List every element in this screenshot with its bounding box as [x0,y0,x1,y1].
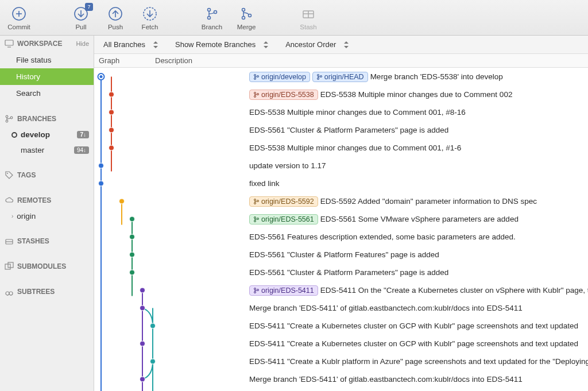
branch-develop[interactable]: develop 7↓ [0,127,94,142]
svg-point-58 [254,74,256,76]
commit-message: Merge branch 'EDS-5411' of gitlab.eastba… [249,375,523,384]
pull-button[interactable]: 7 Pull [65,1,96,35]
submodules-icon [5,262,14,271]
svg-point-22 [10,117,13,119]
commit-row[interactable]: EDS-5561 "Cluster & Platform Parameters"… [94,121,588,139]
push-button[interactable]: Push [100,1,131,35]
svg-point-20 [6,115,8,118]
push-icon [107,5,124,22]
svg-point-68 [254,202,256,204]
sort-icon [152,41,159,49]
commit-row[interactable]: origin/developorigin/HEADMerge branch 'E… [94,68,588,86]
svg-point-67 [254,199,256,200]
commit-message: Merge branch 'EDS-5538' into develop [370,72,503,81]
pull-badge: 7 [85,3,93,11]
commit-row[interactable]: fixed link [94,175,588,192]
branch-tag[interactable]: origin/EDS-5411 [249,285,318,296]
svg-point-61 [317,74,319,76]
commit-row[interactable]: EDS-5538 Multiple minor changes due to C… [94,139,588,157]
commit-message: EDS-5561 "Cluster & Platform Parameters"… [249,126,448,134]
merge-icon [238,5,255,22]
sidebar-item-search[interactable]: Search [0,85,94,102]
filter-order[interactable]: Ancestor Order [285,40,350,49]
commit-message: update version to 1.17 [249,161,326,170]
chevron-right-icon: › [11,213,13,219]
svg-point-10 [208,16,211,19]
commit-row[interactable]: Merge branch 'EDS-5411' of gitlab.eastba… [94,370,588,388]
tags-header[interactable]: TAGS [0,167,94,183]
svg-point-29 [9,292,13,295]
commit-row[interactable]: origin/EDS-5561EDS-5561 Some VMware vSph… [94,210,588,228]
branch-master[interactable]: master 94↓ [0,142,94,158]
workspace-header[interactable]: WORKSPACE Hide [0,36,94,52]
commit-message: EDS-5592 Added "domain" parameter inform… [320,197,537,206]
toolbar: Commit 7 Pull Push Fetch Branch Merge [0,0,588,36]
branch-button[interactable]: Branch [196,1,227,35]
branch-icon [203,5,220,22]
svg-point-73 [254,288,256,289]
commit-row[interactable]: EDS-5561 "Cluster & Platform Features" p… [94,246,588,264]
svg-point-62 [317,78,319,79]
commit-row[interactable]: EDS-5561 "Cluster & Platform Parameters"… [94,264,588,281]
commit-message: EDS-5411 "Create a Kubernetes cluster on… [249,339,578,348]
commit-message: EDS-5538 Multiple minor changes due to C… [249,108,466,117]
behind-count-badge: 7↓ [77,131,89,138]
commit-row[interactable]: EDS-5538 Multiple minor changes due to C… [94,103,588,121]
plus-circle-icon [10,5,28,22]
submodules-header[interactable]: SUBMODULES [0,258,94,274]
filter-remote[interactable]: Show Remote Branches [175,40,269,49]
sort-icon [262,41,269,49]
commit-row[interactable]: EDS-5561 Features description extended, … [94,228,588,246]
svg-point-14 [249,14,252,17]
svg-point-74 [254,291,256,293]
stash-icon [300,5,317,22]
workspace-hide[interactable]: Hide [76,40,89,47]
fetch-icon [141,5,158,22]
branch-tag[interactable]: origin/HEAD [312,72,368,82]
col-description[interactable]: Description [155,56,588,65]
commit-row[interactable]: update version to 1.17 [94,157,588,175]
commit-list: origin/developorigin/HEADMerge branch 'E… [94,68,588,391]
stash-button[interactable]: Stash [293,1,324,35]
commit-message: EDS-5561 "Cluster & Platform Features" p… [249,250,439,259]
svg-rect-18 [5,40,13,45]
monitor-icon [5,39,14,48]
commit-message: EDS-5561 Features description extended, … [249,233,516,241]
subtrees-header[interactable]: SUBTREES [0,284,94,300]
stashes-header[interactable]: STASHES [0,233,94,249]
commit-row[interactable]: Merge branch 'EDS-5411' of gitlab.eastba… [94,299,588,317]
commit-row[interactable]: origin/EDS-5592EDS-5592 Added "domain" p… [94,192,588,210]
branch-tag[interactable]: origin/EDS-5561 [249,214,318,224]
remote-origin[interactable]: › origin [0,208,94,224]
commit-message: EDS-5538 Multiple minor changes due to C… [249,144,461,152]
branches-header[interactable]: BRANCHES [0,111,94,127]
filter-branches[interactable]: All Branches [103,40,159,49]
branch-small-icon [5,114,14,123]
commit-row[interactable]: origin/EDS-5538EDS-5538 Multiple minor c… [94,86,588,103]
col-graph[interactable]: Graph [94,56,155,65]
tag-icon [5,171,14,180]
svg-point-12 [242,8,245,11]
branch-tag[interactable]: origin/develop [249,72,310,82]
svg-point-11 [214,10,217,13]
svg-point-71 [254,220,256,222]
sidebar-item-history[interactable]: History [0,68,94,85]
svg-point-9 [208,8,211,11]
svg-point-13 [242,16,245,19]
sidebar-item-file-status[interactable]: File status [0,52,94,68]
svg-point-59 [254,78,256,79]
merge-button[interactable]: Merge [231,1,262,35]
commit-message: EDS-5561 "Cluster & Platform Parameters"… [249,268,448,277]
commit-message: EDS-5411 "Create a Kubernetes cluster on… [249,322,578,330]
commit-row[interactable]: EDS-5411 "Create a Kubernetes cluster on… [94,317,588,335]
commit-row[interactable]: EDS-5411 "Create a Kubernetes cluster on… [94,335,588,353]
commit-row[interactable]: EDS-5411 "Create a Kublr platform in Azu… [94,353,588,370]
branch-tag[interactable]: origin/EDS-5538 [249,90,318,100]
commit-button[interactable]: Commit [3,1,34,35]
branch-tag[interactable]: origin/EDS-5592 [249,196,318,207]
fetch-button[interactable]: Fetch [134,1,165,35]
commit-message: EDS-5411 On the "Create a Kubernetes clu… [320,286,588,295]
sort-icon [343,41,350,49]
commit-row[interactable]: origin/EDS-5411EDS-5411 On the "Create a… [94,281,588,299]
remotes-header[interactable]: REMOTES [0,192,94,208]
